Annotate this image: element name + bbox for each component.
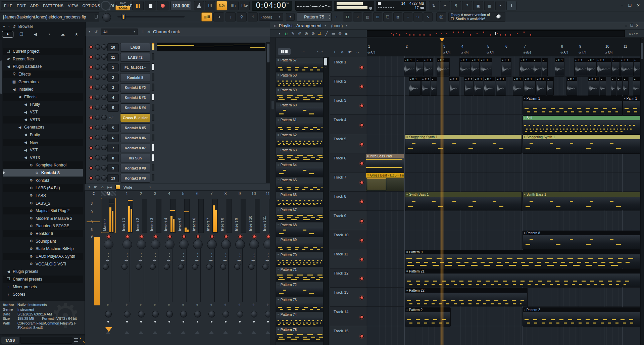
mixer-target-indicator[interactable] (152, 144, 154, 151)
picker-pattern-preview[interactable] (276, 332, 323, 342)
tags-input[interactable] (20, 337, 72, 344)
channel-mute-led[interactable] (89, 146, 93, 150)
browser-tab-cloud[interactable]: ☁ (57, 31, 68, 38)
mixer-strip-label-insert-5[interactable]: Insert 5 (178, 200, 182, 231)
picker-pattern-preview[interactable] (276, 257, 323, 267)
picker-pattern-header[interactable]: ≡Pattern 74 (276, 312, 323, 317)
audio-clip[interactable]: ▸F..1 (480, 58, 492, 77)
time-signature-marker[interactable]: ◷3/4 (605, 50, 618, 55)
channel-number[interactable]: 8 (107, 154, 119, 162)
mixer-target-indicator[interactable] (152, 63, 154, 70)
mirror-icon[interactable]: ▶◀ (107, 186, 112, 189)
channel-pan-knob[interactable] (95, 155, 100, 160)
save-new-version-button[interactable]: ▦ (484, 1, 494, 10)
strip-fx-knob[interactable] (251, 311, 257, 317)
fader-track[interactable] (186, 248, 187, 302)
strip-mute-led[interactable] (107, 235, 111, 239)
picker-pattern-preview[interactable] (276, 317, 323, 327)
strip-pan-icon[interactable]: ◀▶ (106, 259, 111, 262)
fader-track[interactable] (144, 248, 144, 302)
audio-clip[interactable]: ▸F..1 (409, 77, 421, 96)
browser-tab-plugin-picker[interactable]: ✦ (2, 31, 13, 38)
channel-pan-knob[interactable] (95, 85, 100, 90)
slice-tool-icon[interactable]: ╱ (324, 31, 330, 36)
audio-clip[interactable]: ▸ (600, 77, 606, 96)
time-signature-marker[interactable]: ◷3/4 (487, 50, 500, 55)
strip-updown-icon[interactable]: ▲ ▼ (140, 252, 143, 258)
time-signature-marker[interactable]: ◷3/4 (443, 50, 456, 55)
record-button[interactable] (157, 1, 168, 10)
channel-number[interactable]: 10 (107, 43, 119, 51)
strip-stereo-knob[interactable] (248, 264, 254, 270)
grab-track-button[interactable]: ☛ (347, 49, 353, 55)
channel-button-kontakt-8[interactable]: Kontakt 8 (120, 73, 150, 82)
audio-clip[interactable]: ▸F..1 (524, 77, 536, 96)
channel-volume-knob[interactable] (101, 145, 107, 150)
channel-volume-knob[interactable] (101, 44, 107, 50)
browser-tab-plugin-database[interactable]: ◀ (30, 31, 41, 38)
strip-fader[interactable] (170, 264, 170, 264)
picker-pattern-header[interactable]: ≡Pattern 59 (276, 88, 323, 92)
browser-back-icon[interactable]: ↺ (12, 24, 15, 29)
delete-track-button[interactable]: ✕ (339, 49, 345, 55)
picker-tab-audio[interactable]: ⌁⌁ (298, 49, 308, 54)
strip-updown-icon[interactable]: ▲ ▼ (238, 252, 242, 258)
linked-plugin-selector[interactable]: (none)▼ (259, 13, 283, 21)
audio-clip[interactable]: ▸F..1 (464, 77, 474, 96)
channel-number[interactable]: 4 (107, 94, 119, 102)
channel-mute-led[interactable] (89, 86, 93, 89)
channel-volume-knob[interactable] (101, 135, 107, 140)
strip-fx-knob[interactable] (124, 311, 131, 317)
channel-mute-led[interactable] (89, 55, 93, 59)
strip-volume-knob[interactable] (235, 240, 245, 249)
playlist-toggle-button[interactable]: ➜ (213, 12, 224, 21)
channel-button-fl-m-5021[interactable]: FL_M..5021⌁ (120, 63, 150, 72)
track-record-led[interactable] (360, 257, 364, 261)
mixer-strip-header-9[interactable]: 9 (233, 191, 247, 196)
audio-clip[interactable]: ▸ (633, 58, 640, 77)
pattern-clip-staggering-synth-1[interactable]: ≡Staggering Synth 1 (523, 135, 641, 154)
strip-updown-icon[interactable]: ▲ ▼ (196, 252, 199, 258)
tempo-stepper[interactable]: ▲ ▼ (188, 3, 191, 9)
arrangement-selector[interactable]: (none) (331, 23, 343, 28)
playlist-scrollbar[interactable] (640, 38, 644, 345)
audio-clip[interactable]: ▸F..1 (501, 58, 511, 77)
strip-stereo-knob[interactable] (150, 264, 156, 270)
channel-button-labs[interactable]: LABS (120, 43, 150, 52)
browser-tab-favorites[interactable]: ★ (71, 31, 82, 38)
picker-pattern-preview[interactable] (276, 122, 323, 132)
new-pattern-file-button[interactable]: 🗎 (393, 12, 402, 21)
picker-pattern-header[interactable]: ≡Pattern 58 (276, 73, 323, 78)
strip-stereo-knob[interactable] (121, 264, 128, 270)
channel-filter-selector[interactable]: All▼ (101, 29, 138, 35)
strip-fader[interactable] (254, 265, 255, 266)
mixer-strip-header-10[interactable]: 10 (247, 191, 261, 196)
strip-fx-knob[interactable] (194, 311, 201, 317)
fader-track[interactable] (130, 248, 130, 302)
channel-number[interactable]: 9 (107, 164, 119, 172)
mixer-strip-label-master[interactable]: Master (103, 200, 107, 231)
picker-pattern-preview[interactable] (276, 78, 323, 87)
channel-mute-led[interactable] (89, 106, 93, 109)
channel-pan-knob[interactable] (95, 125, 100, 130)
strip-fader[interactable] (240, 264, 241, 265)
audio-clip[interactable]: ▸ (617, 77, 623, 96)
time-signature-marker[interactable]: ◷6/4 (367, 50, 381, 55)
menu-item-options[interactable]: OPTIONS (82, 4, 100, 8)
picker-pattern-preview[interactable] (276, 62, 323, 72)
channel-pan-knob[interactable] (95, 145, 100, 150)
strip-updown-icon[interactable]: ▲ ▼ (107, 252, 110, 258)
audio-clip[interactable]: ▸F..1 (519, 58, 534, 77)
clone-channel-button[interactable]: ❏ (383, 12, 392, 21)
strip-fader[interactable] (212, 266, 213, 267)
picker-pattern-preview[interactable] (276, 212, 323, 222)
audio-clip[interactable]: ▸F..1 (459, 58, 471, 77)
time-signature-marker[interactable]: ◷4/4 (461, 50, 474, 55)
playlist-scroll-up[interactable]: ⌃ (641, 38, 644, 42)
master-pitch-knob[interactable] (102, 13, 111, 22)
strip-pan-icon[interactable]: ◀▶ (237, 259, 243, 262)
channel-mute-led[interactable] (89, 126, 93, 130)
strip-volume-knob[interactable] (122, 240, 132, 249)
strip-mute-led[interactable] (126, 235, 130, 239)
channel-pan-knob[interactable] (95, 115, 100, 120)
